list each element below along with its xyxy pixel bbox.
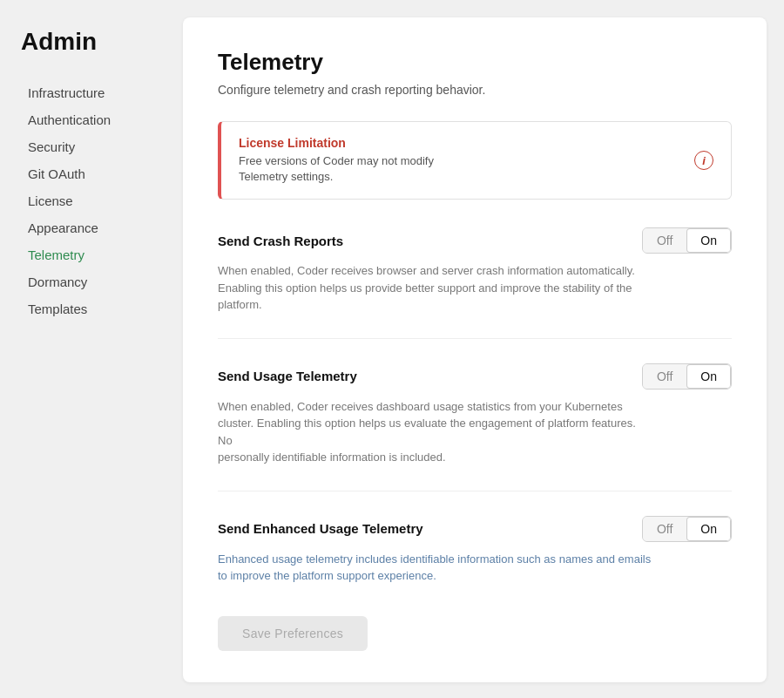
setting-desc-usage-telemetry: When enabled, Coder receives dashboard u… — [218, 398, 653, 466]
setting-desc-enhanced-usage-telemetry: Enhanced usage telemetry includes identi… — [218, 551, 653, 585]
sidebar-item-dormancy[interactable]: Dormancy — [21, 269, 160, 295]
toggle-crash-reports[interactable]: OffOn — [642, 227, 732, 254]
setting-desc-crash-reports: When enabled, Coder receives browser and… — [218, 262, 653, 314]
setting-row-enhanced-usage-telemetry: Send Enhanced Usage TelemetryOffOnEnhanc… — [218, 516, 732, 585]
settings-container: Send Crash ReportsOffOnWhen enabled, Cod… — [218, 227, 732, 585]
sidebar: Admin InfrastructureAuthenticationSecuri… — [0, 0, 174, 698]
license-desc: Free versions of Coder may not modifyTel… — [239, 153, 434, 185]
toggle-on-usage-telemetry[interactable]: On — [686, 364, 731, 389]
info-icon: i — [694, 151, 713, 170]
page-title: Telemetry — [218, 49, 732, 76]
page-subtitle: Configure telemetry and crash reporting … — [218, 83, 732, 97]
setting-label-enhanced-usage-telemetry: Send Enhanced Usage Telemetry — [218, 521, 423, 536]
sidebar-item-appearance[interactable]: Appearance — [21, 215, 160, 241]
setting-header-enhanced-usage-telemetry: Send Enhanced Usage TelemetryOffOn — [218, 516, 732, 542]
toggle-off-enhanced-usage-telemetry[interactable]: Off — [643, 517, 686, 541]
license-box-content: License Limitation Free versions of Code… — [239, 136, 434, 185]
toggle-off-usage-telemetry[interactable]: Off — [643, 364, 686, 389]
sidebar-item-git-oauth[interactable]: Git OAuth — [21, 161, 160, 186]
setting-label-crash-reports: Send Crash Reports — [218, 234, 343, 248]
toggle-enhanced-usage-telemetry[interactable]: OffOn — [642, 516, 732, 542]
main-content: Telemetry Configure telemetry and crash … — [174, 0, 784, 698]
save-preferences-button[interactable]: Save Preferences — [218, 616, 368, 651]
sidebar-item-license[interactable]: License — [21, 188, 160, 213]
sidebar-item-authentication[interactable]: Authentication — [21, 107, 160, 132]
toggle-on-crash-reports[interactable]: On — [686, 228, 731, 253]
toggle-usage-telemetry[interactable]: OffOn — [642, 363, 732, 390]
sidebar-item-infrastructure[interactable]: Infrastructure — [21, 80, 160, 105]
sidebar-title: Admin — [21, 28, 160, 56]
sidebar-item-security[interactable]: Security — [21, 134, 160, 159]
setting-header-usage-telemetry: Send Usage TelemetryOffOn — [218, 363, 732, 390]
setting-label-usage-telemetry: Send Usage Telemetry — [218, 369, 357, 383]
sidebar-nav: InfrastructureAuthenticationSecurityGit … — [21, 80, 160, 322]
toggle-off-crash-reports[interactable]: Off — [643, 228, 686, 253]
sidebar-item-telemetry[interactable]: Telemetry — [21, 242, 160, 268]
content-card: Telemetry Configure telemetry and crash … — [183, 17, 767, 682]
sidebar-item-templates[interactable]: Templates — [21, 296, 160, 322]
setting-header-crash-reports: Send Crash ReportsOffOn — [218, 227, 732, 254]
license-title: License Limitation — [239, 136, 434, 150]
setting-row-crash-reports: Send Crash ReportsOffOnWhen enabled, Cod… — [218, 227, 732, 314]
toggle-on-enhanced-usage-telemetry[interactable]: On — [686, 517, 731, 541]
license-box: License Limitation Free versions of Code… — [218, 121, 732, 200]
setting-row-usage-telemetry: Send Usage TelemetryOffOnWhen enabled, C… — [218, 363, 732, 466]
